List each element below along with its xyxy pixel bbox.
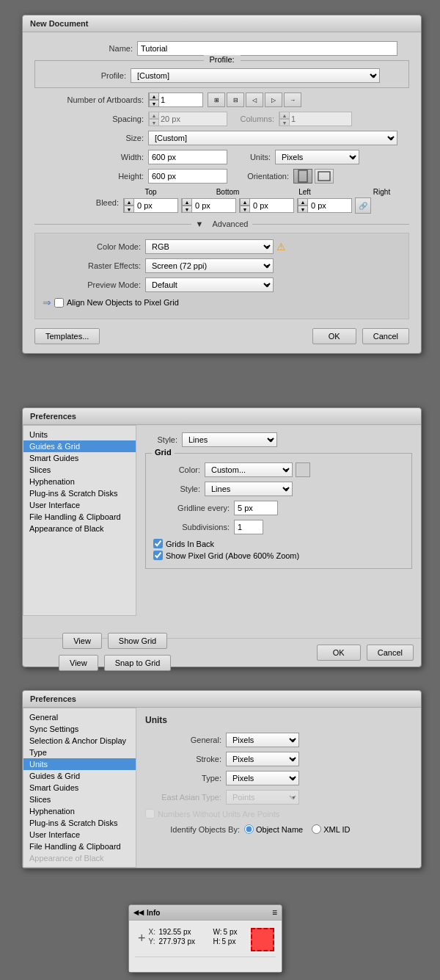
arrange-grid-icon[interactable]: ⊞ bbox=[208, 92, 225, 107]
arrange-left-icon[interactable]: ◁ bbox=[246, 92, 263, 107]
columns-input[interactable] bbox=[290, 112, 345, 126]
sidebar-item-slices[interactable]: Slices bbox=[23, 464, 136, 476]
numbers-without-units-checkbox bbox=[145, 809, 155, 819]
prefs-general-select[interactable]: Pixels Points Inches bbox=[226, 733, 299, 747]
bleed-bottom-label: Bottom bbox=[200, 188, 255, 196]
ok-button[interactable]: OK bbox=[312, 328, 356, 344]
view-button-1[interactable]: View bbox=[62, 633, 102, 649]
prefs-stroke-select[interactable]: Pixels Points bbox=[226, 752, 299, 766]
bleed-left-down-btn[interactable]: ▼ bbox=[240, 206, 250, 213]
prefs-sidebar-sync[interactable]: Sync Settings bbox=[23, 723, 136, 735]
sidebar-item-guides-grid[interactable]: Guides & Grid bbox=[23, 440, 136, 452]
pixel-align-checkbox[interactable] bbox=[54, 298, 64, 308]
view-button-2[interactable]: View bbox=[59, 655, 98, 671]
sidebar-item-units[interactable]: Units bbox=[23, 429, 136, 440]
artboards-input[interactable] bbox=[159, 92, 196, 107]
size-select[interactable]: [Custom] bbox=[148, 131, 397, 145]
bleed-bottom-input[interactable] bbox=[192, 198, 229, 213]
prefs-sidebar-hyphenation[interactable]: Hyphenation bbox=[23, 805, 136, 817]
bleed-bottom-up-btn[interactable]: ▲ bbox=[182, 198, 192, 206]
sidebar-item-file-handling[interactable]: File Handling & Clipboard bbox=[23, 511, 136, 523]
artboards-down-btn[interactable]: ▼ bbox=[149, 100, 159, 107]
sidebar-item-smart-guides[interactable]: Smart Guides bbox=[23, 452, 136, 464]
prefs-sidebar-smart-guides[interactable]: Smart Guides bbox=[23, 782, 136, 794]
units-select[interactable]: Pixels bbox=[275, 150, 359, 164]
num-artboards-label: Number of Artboards: bbox=[34, 95, 148, 104]
show-grid-button[interactable]: Show Grid bbox=[108, 633, 167, 649]
prefs-sidebar-units[interactable]: Units bbox=[23, 758, 136, 770]
guides-cancel-button[interactable]: Cancel bbox=[367, 645, 414, 661]
bleed-top-input[interactable] bbox=[134, 198, 171, 213]
units-label: Units: bbox=[227, 153, 275, 161]
sidebar-item-plugins[interactable]: Plug-ins & Scratch Disks bbox=[23, 487, 136, 499]
prefs-sidebar-file-handling[interactable]: File Handling & Clipboard bbox=[23, 841, 136, 852]
grid-color-swatch[interactable] bbox=[296, 462, 310, 477]
width-input[interactable] bbox=[148, 150, 227, 164]
link-bleed-icon[interactable]: 🔗 bbox=[355, 197, 371, 214]
guides-ok-button[interactable]: OK bbox=[317, 645, 361, 661]
bleed-right-input[interactable] bbox=[308, 198, 345, 213]
bleed-right-down-btn[interactable]: ▼ bbox=[298, 206, 308, 213]
prefs-type-select[interactable]: Pixels Points bbox=[226, 771, 299, 785]
prefs-sidebar-guides[interactable]: Guides & Grid bbox=[23, 770, 136, 782]
size-label: Size: bbox=[34, 134, 148, 142]
subdivisions-input[interactable] bbox=[234, 520, 263, 534]
height-input[interactable] bbox=[148, 169, 227, 184]
color-mode-label: Color Mode: bbox=[43, 242, 145, 251]
prefs-sidebar-slices[interactable]: Slices bbox=[23, 794, 136, 805]
columns-up-btn[interactable]: ▲ bbox=[279, 112, 290, 119]
bleed-left-up-btn[interactable]: ▲ bbox=[240, 198, 250, 206]
xml-id-radio[interactable] bbox=[312, 824, 321, 834]
identify-objects-label: Identify Objects By: bbox=[145, 825, 244, 834]
object-name-radio[interactable] bbox=[244, 824, 254, 834]
prefs-sidebar-appearance[interactable]: Appearance of Black bbox=[23, 852, 136, 864]
show-pixel-grid-checkbox[interactable] bbox=[153, 551, 163, 560]
gridline-every-input[interactable] bbox=[234, 501, 278, 515]
spacing-down-btn[interactable]: ▼ bbox=[149, 119, 159, 126]
snap-to-grid-button[interactable]: Snap to Grid bbox=[104, 655, 172, 671]
arrange-right-icon[interactable]: ▷ bbox=[265, 92, 282, 107]
grids-in-back-label: Grids In Back bbox=[166, 540, 214, 548]
profile-label: Profile: bbox=[43, 71, 131, 80]
info-panel-header: ◀◀ Info ≡ bbox=[129, 905, 282, 921]
landscape-orientation-icon[interactable] bbox=[315, 169, 334, 184]
info-panel-collapse-icon[interactable]: ◀◀ bbox=[133, 909, 144, 916]
sidebar-item-hyphenation[interactable]: Hyphenation bbox=[23, 476, 136, 487]
info-panel-menu-icon[interactable]: ≡ bbox=[272, 907, 277, 918]
grid-color-select[interactable]: Custom... bbox=[205, 462, 293, 477]
prefs-sidebar-type[interactable]: Type bbox=[23, 747, 136, 758]
cancel-button[interactable]: Cancel bbox=[362, 328, 409, 344]
raster-effects-label: Raster Effects: bbox=[43, 261, 145, 270]
prefs-sidebar-plugins[interactable]: Plug-ins & Scratch Disks bbox=[23, 817, 136, 829]
bleed-top-down-btn[interactable]: ▼ bbox=[124, 206, 134, 213]
bleed-right-up-btn[interactable]: ▲ bbox=[298, 198, 308, 206]
bleed-left-label: Left bbox=[277, 188, 332, 196]
portrait-orientation-icon[interactable] bbox=[293, 169, 312, 184]
prefs-sidebar-ui[interactable]: User Interface bbox=[23, 829, 136, 841]
bleed-bottom-down-btn[interactable]: ▼ bbox=[182, 206, 192, 213]
info-panel-content: + X: 192.55 px W: 5 px Y: 277.973 px H: … bbox=[129, 921, 282, 972]
arrange-row-icon[interactable]: ⊟ bbox=[227, 92, 244, 107]
prefs-east-asian-select: Points bbox=[226, 790, 299, 805]
raster-effects-select[interactable]: Screen (72 ppi) bbox=[145, 258, 274, 273]
grids-in-back-checkbox[interactable] bbox=[153, 539, 163, 548]
artboards-up-btn[interactable]: ▲ bbox=[149, 92, 159, 100]
sidebar-item-appearance[interactable]: Appearance of Black bbox=[23, 523, 136, 534]
spacing-up-btn[interactable]: ▲ bbox=[149, 112, 159, 119]
bleed-top-up-btn[interactable]: ▲ bbox=[124, 198, 134, 206]
bleed-left-input[interactable] bbox=[250, 198, 287, 213]
preview-mode-select[interactable]: Default bbox=[145, 277, 274, 292]
guides-grid-sidebar: Units Guides & Grid Smart Guides Slices … bbox=[23, 425, 136, 616]
spacing-input[interactable] bbox=[159, 112, 218, 126]
color-mode-select[interactable]: RGB bbox=[145, 239, 274, 254]
grid-style-select[interactable]: Lines Dots bbox=[205, 482, 293, 496]
sidebar-item-ui[interactable]: User Interface bbox=[23, 499, 136, 511]
columns-down-btn[interactable]: ▼ bbox=[279, 119, 290, 126]
name-input[interactable] bbox=[137, 41, 397, 56]
prefs-sidebar-selection[interactable]: Selection & Anchor Display bbox=[23, 735, 136, 747]
arrange-arrow-icon[interactable]: → bbox=[284, 92, 301, 107]
prefs-sidebar-general[interactable]: General bbox=[23, 711, 136, 723]
profile-select[interactable]: [Custom] bbox=[131, 68, 380, 83]
templates-button[interactable]: Templates... bbox=[34, 328, 100, 344]
guide-style-select[interactable]: Lines Dots bbox=[182, 432, 277, 447]
